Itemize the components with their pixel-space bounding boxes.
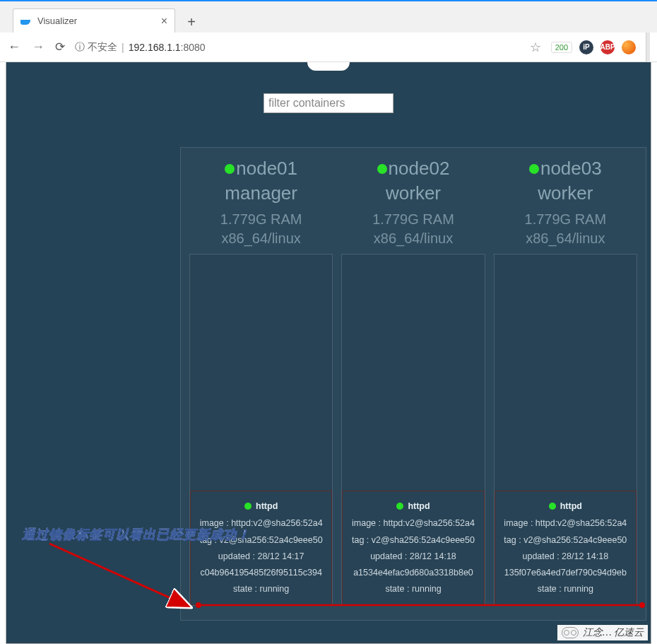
node-arch-label: x86_64/linux <box>494 230 637 247</box>
firefox-extension-icon[interactable] <box>622 40 636 54</box>
node-name-label: node03 <box>540 158 602 180</box>
container-tag: tag : v2@sha256:52a4c9eee50 <box>348 532 478 549</box>
container-updated: updated : 28/12 14:18 <box>348 549 478 565</box>
filter-row <box>6 93 651 113</box>
new-tab-button[interactable]: + <box>181 11 202 33</box>
insecure-label: 不安全 <box>88 41 117 54</box>
node-column: node03 worker 1.779G RAM x86_64/linux ht… <box>494 158 637 606</box>
node-arch-label: x86_64/linux <box>341 230 485 247</box>
node-role-label: manager <box>189 182 333 204</box>
tab-title: Visualizer <box>37 16 77 26</box>
container-updated: updated : 28/12 14:18 <box>501 549 630 565</box>
forward-button: → <box>31 40 45 54</box>
container-name: httpd <box>560 498 582 515</box>
browser-tab[interactable]: Visualizer × <box>13 8 175 33</box>
node-name-label: node02 <box>389 158 450 180</box>
status-dot-icon <box>396 503 403 510</box>
container-name: httpd <box>408 498 430 515</box>
page-content: node01 manager 1.779G RAM x86_64/linux h… <box>6 62 651 644</box>
status-pill[interactable]: 200 <box>551 42 572 53</box>
container-tag: tag : v2@sha256:52a4c9eee50 <box>501 532 630 549</box>
svg-line-0 <box>49 544 191 607</box>
container-card[interactable]: httpd image : httpd:v2@sha256:52a4 tag :… <box>190 491 332 605</box>
node-header: node03 worker 1.779G RAM x86_64/linux <box>494 158 637 247</box>
watermark: 江念… 亿速云 <box>557 625 648 640</box>
node-column: node02 worker 1.779G RAM x86_64/linux ht… <box>341 158 485 606</box>
node-role-label: worker <box>494 182 637 204</box>
header-logo <box>6 62 651 76</box>
container-name: httpd <box>256 498 278 515</box>
tab-bar: Visualizer × + <box>0 1 657 33</box>
node-header: node01 manager 1.779G RAM x86_64/linux <box>189 158 333 247</box>
scrollbar-gutter <box>646 33 650 62</box>
container-id: c04b964195485f26f95115c394 <box>196 565 326 581</box>
watermark-text: 江念… 亿速云 <box>583 626 644 639</box>
address-bar: ← → ⟳ ⓘ 不安全 | 192.168.1.1:8080 ☆ 200 iP … <box>0 33 657 62</box>
url-text: 192.168.1.1:8080 <box>129 42 206 53</box>
containers-area: httpd image : httpd:v2@sha256:52a4 tag :… <box>341 254 485 606</box>
container-image: image : httpd:v2@sha256:52a4 <box>501 515 630 532</box>
info-icon: ⓘ <box>75 41 85 54</box>
address-field[interactable]: ⓘ 不安全 | 192.168.1.1:8080 <box>75 41 520 54</box>
node-arch-label: x86_64/linux <box>189 230 333 247</box>
reload-button[interactable]: ⟳ <box>55 40 65 54</box>
back-button[interactable]: ← <box>7 40 21 54</box>
status-dot-icon <box>377 164 387 174</box>
container-card[interactable]: httpd image : httpd:v2@sha256:52a4 tag :… <box>495 491 637 605</box>
node-name-label: node01 <box>236 158 297 180</box>
node-ram-label: 1.779G RAM <box>494 211 637 228</box>
container-state: state : running <box>348 581 478 597</box>
container-state: state : running <box>501 581 630 597</box>
container-updated: updated : 28/12 14:17 <box>196 549 326 565</box>
container-card[interactable]: httpd image : httpd:v2@sha256:52a4 tag :… <box>342 491 484 605</box>
status-dot-icon <box>529 164 539 174</box>
container-id: a1534e4efac9d680a3318b8e0 <box>348 565 478 581</box>
ip-extension-icon[interactable]: iP <box>579 40 593 54</box>
node-ram-label: 1.779G RAM <box>189 211 333 228</box>
container-id: 135f07e6a4ed7def790c94d9eb <box>501 565 630 581</box>
extension-icons: 200 iP ABP <box>551 40 636 54</box>
insecure-badge[interactable]: ⓘ 不安全 <box>75 41 117 54</box>
close-icon[interactable]: × <box>161 15 167 28</box>
abp-extension-icon[interactable]: ABP <box>600 40 615 54</box>
swarm-panel: node01 manager 1.779G RAM x86_64/linux h… <box>180 147 646 621</box>
browser-chrome: Visualizer × + ← → ⟳ ⓘ 不安全 | 192.168.1.1… <box>0 0 657 62</box>
container-image: image : httpd:v2@sha256:52a4 <box>348 515 478 532</box>
status-dot-icon <box>244 503 251 510</box>
docker-whale-icon <box>20 18 32 25</box>
node-ram-label: 1.779G RAM <box>341 211 485 228</box>
filter-containers-input[interactable] <box>264 93 393 113</box>
watermark-logo-icon <box>562 627 579 638</box>
bookmark-star-icon[interactable]: ☆ <box>530 40 541 55</box>
status-dot-icon <box>225 164 235 174</box>
status-dot-icon <box>549 503 556 510</box>
containers-area: httpd image : httpd:v2@sha256:52a4 tag :… <box>189 254 333 606</box>
separator: | <box>122 42 124 53</box>
container-state: state : running <box>196 581 326 597</box>
annotation-text: 通过镜像标签可以看出已经更新成功！ <box>22 526 250 543</box>
arrow-annotation-icon <box>46 540 201 618</box>
containers-area: httpd image : httpd:v2@sha256:52a4 tag :… <box>494 254 637 606</box>
node-header: node02 worker 1.779G RAM x86_64/linux <box>341 158 485 247</box>
node-role-label: worker <box>341 182 485 204</box>
docker-logo-icon <box>307 62 350 71</box>
